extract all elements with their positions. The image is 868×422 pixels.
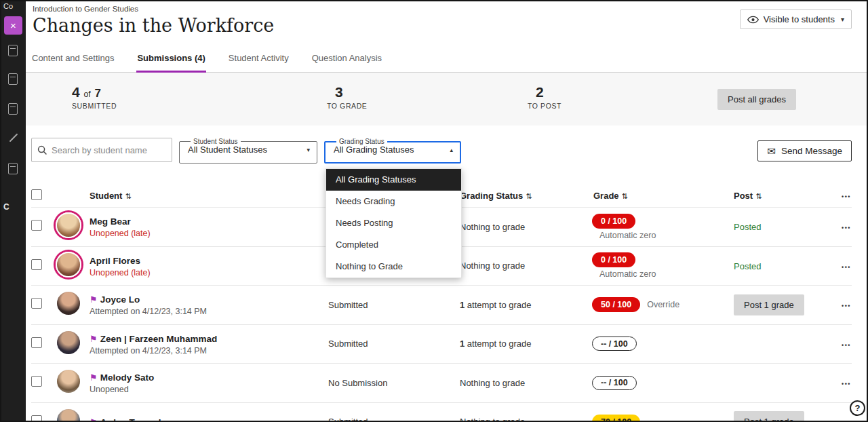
row-overflow-menu[interactable]: •••: [842, 264, 851, 271]
row-checkbox[interactable]: [31, 298, 42, 309]
tab-submissions[interactable]: Submissions (4): [136, 53, 205, 72]
grading-status: Nothing to grade: [460, 417, 592, 421]
student-name[interactable]: Meg Bear: [90, 216, 131, 227]
student-name[interactable]: Zeen | Farzeen Muhammad: [100, 334, 218, 344]
grading-status: Nothing to grade: [460, 378, 592, 388]
post-grade-button[interactable]: Post 1 grade: [734, 411, 804, 421]
row-checkbox[interactable]: [31, 259, 42, 270]
post-all-grades-button[interactable]: Post all grades: [717, 89, 796, 110]
filter-row: Student Status All Student Statuses ▾ Gr…: [26, 126, 867, 166]
stat-to-grade: 3 TO GRADE: [327, 84, 367, 110]
submission-status: Submitted: [328, 339, 460, 349]
chevron-down-icon: ▾: [307, 147, 310, 153]
col-student[interactable]: Student⇅: [90, 191, 328, 201]
grade-pill[interactable]: 0 / 100: [592, 214, 635, 229]
menu-option-completed[interactable]: Completed: [326, 234, 461, 256]
sort-icon: ⇅: [526, 192, 532, 200]
student-name[interactable]: Arden Tuomala: [100, 417, 166, 421]
row-overflow-menu[interactable]: •••: [842, 303, 851, 309]
grading-status-menu: All Grading Statuses Needs Grading Needs…: [326, 168, 462, 278]
grading-status: Nothing to grade: [460, 222, 592, 232]
flag-icon: ⚑: [90, 294, 98, 305]
row-overflow-menu[interactable]: •••: [842, 342, 851, 349]
flag-icon: ⚑: [90, 417, 98, 421]
envelope-icon: ✉: [767, 145, 776, 157]
flag-icon: ⚑: [90, 334, 98, 344]
sidebar-calendar-icon[interactable]: [8, 73, 18, 85]
student-substatus: Attempted on 4/12/23, 3:14 PM: [90, 307, 328, 316]
grade-note: Automatic zero: [599, 231, 656, 240]
grading-status: 1 attempt to grade: [460, 339, 592, 349]
sidebar-doc-icon[interactable]: [8, 45, 18, 56]
grade-pill[interactable]: 0 / 100: [592, 252, 635, 267]
student-substatus: Unopened (late): [90, 229, 328, 238]
close-panel-button[interactable]: ×: [4, 16, 22, 35]
page-title: Changes in the Workforce: [33, 15, 852, 36]
search-box: [31, 138, 172, 162]
avatar[interactable]: [56, 330, 81, 356]
tab-question-analysis[interactable]: Question Analysis: [311, 53, 382, 72]
stats-bar: 4 of 7 SUBMITTED 3 TO GRADE 2 TO POST Po…: [26, 73, 867, 126]
student-substatus: Unopened: [90, 385, 328, 394]
app-window: Co × C Introduction to Gender Studies Ch…: [0, 0, 868, 422]
student-name[interactable]: Joyce Lo: [100, 294, 140, 305]
sidebar-book-icon[interactable]: [8, 103, 18, 115]
page-header: Introduction to Gender Studies Changes i…: [26, 1, 867, 45]
avatar[interactable]: [56, 408, 81, 421]
col-post[interactable]: Post⇅: [734, 191, 836, 201]
main-content: Introduction to Gender Studies Changes i…: [26, 1, 867, 421]
menu-option-needs-grading[interactable]: Needs Grading: [326, 191, 461, 212]
col-grade[interactable]: Grade⇅: [592, 191, 734, 201]
row-checkbox[interactable]: [31, 220, 42, 231]
col-grading-status[interactable]: Grading Status⇅: [460, 191, 592, 201]
row-checkbox[interactable]: [31, 337, 42, 348]
chevron-down-icon: ▾: [841, 16, 844, 23]
sidebar-pen-icon[interactable]: [9, 134, 18, 142]
sidebar-page-icon[interactable]: [8, 163, 18, 174]
visibility-dropdown-button[interactable]: Visible to students ▾: [740, 9, 852, 29]
tab-content-settings[interactable]: Content and Settings: [31, 53, 115, 72]
table-overflow-menu[interactable]: •••: [842, 193, 851, 200]
table-row: ⚑Zeen | Farzeen Muhammad Attempted on 4/…: [31, 324, 852, 364]
grade-pill[interactable]: 70 / 100: [592, 415, 640, 421]
menu-option-needs-posting[interactable]: Needs Posting: [326, 212, 461, 234]
row-checkbox[interactable]: [31, 415, 42, 421]
sort-icon: ⇅: [125, 192, 131, 200]
send-message-button[interactable]: ✉ Send Message: [757, 140, 852, 161]
row-overflow-menu[interactable]: •••: [842, 420, 851, 421]
table-row: ⚑Joyce Lo Attempted on 4/12/23, 3:14 PM …: [31, 285, 852, 324]
submission-status: Submitted: [328, 300, 460, 310]
grade-note: Automatic zero: [599, 269, 656, 279]
row-overflow-menu[interactable]: •••: [842, 381, 851, 387]
select-all-checkbox[interactable]: [31, 189, 42, 200]
visibility-label: Visible to students: [764, 14, 835, 24]
search-input[interactable]: [52, 145, 166, 155]
breadcrumb[interactable]: Introduction to Gender Studies: [33, 5, 852, 13]
submission-status: No Submission: [328, 378, 460, 388]
student-substatus: Unopened (late): [90, 268, 328, 277]
search-icon: [37, 145, 47, 155]
grade-pill[interactable]: 50 / 100: [592, 297, 640, 312]
row-overflow-menu[interactable]: •••: [842, 225, 851, 231]
avatar[interactable]: [56, 290, 81, 316]
grade-pill[interactable]: -- / 100: [592, 337, 637, 351]
student-status-value: All Student Statuses: [188, 145, 267, 155]
post-grade-button[interactable]: Post 1 grade: [734, 294, 804, 315]
tab-student-activity[interactable]: Student Activity: [228, 53, 290, 72]
sort-icon: ⇅: [622, 192, 628, 200]
avatar[interactable]: [56, 368, 81, 394]
avatar[interactable]: [56, 212, 81, 238]
posted-status: Posted: [734, 261, 761, 271]
avatar[interactable]: [56, 252, 81, 277]
send-message-label: Send Message: [781, 146, 842, 156]
grading-status-select[interactable]: Grading Status All Grading Statuses ▴: [324, 138, 461, 164]
row-checkbox[interactable]: [31, 376, 42, 387]
help-button[interactable]: ?: [850, 400, 865, 416]
student-status-select[interactable]: Student Status All Student Statuses ▾: [179, 138, 317, 164]
student-name[interactable]: Melody Sato: [100, 372, 155, 383]
menu-option-nothing[interactable]: Nothing to Grade: [326, 256, 461, 277]
grade-pill[interactable]: -- / 100: [592, 376, 637, 390]
menu-option-all[interactable]: All Grading Statuses: [326, 169, 461, 191]
grade-note: Override: [647, 300, 679, 309]
student-name[interactable]: April Flores: [90, 256, 140, 266]
